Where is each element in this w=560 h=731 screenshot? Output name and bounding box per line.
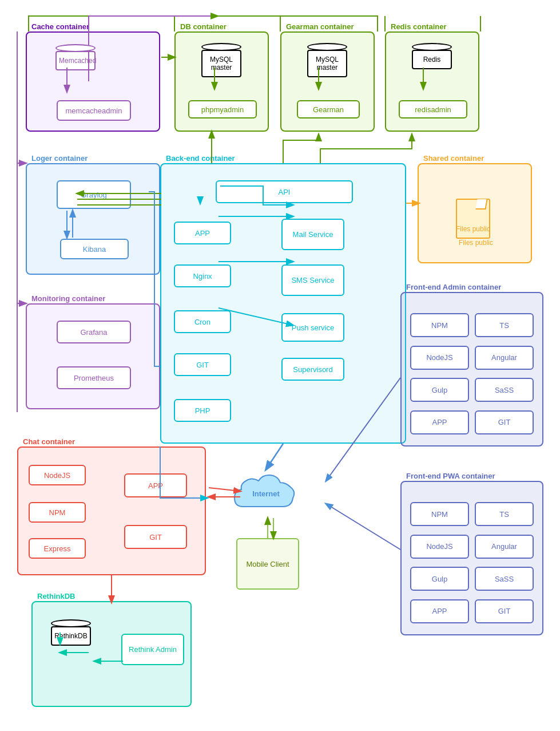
- fe-admin-angular: Angular: [475, 346, 534, 370]
- gearman-container: Gearman container MySQL master Gearman: [280, 31, 375, 132]
- mobile-client-node: Mobile Client: [236, 538, 299, 590]
- fe-pwa-npm: NPM: [410, 502, 469, 526]
- gearman-node: Gearman: [297, 100, 360, 118]
- rethinkdb-container-label: RethinkDB: [37, 592, 75, 600]
- chat-container: Chat container NodeJS NPM Express APP GI…: [17, 446, 206, 575]
- fe-pwa-grid: NPM TS NodeJS Angular Gulp SaSS APP GIT: [402, 482, 542, 634]
- fe-pwa-ts: TS: [475, 502, 534, 526]
- logger-container-label: Loger container: [31, 154, 88, 163]
- fe-pwa-app: APP: [410, 599, 469, 623]
- chat-nodejs-node: NodeJS: [29, 465, 86, 485]
- app-backend-node: APP: [174, 222, 231, 244]
- fe-admin-npm: NPM: [410, 313, 469, 337]
- redis-container: Redis container Redis redisadmin: [385, 31, 479, 132]
- fe-pwa-angular: Angular: [475, 535, 534, 559]
- fe-admin-ts: TS: [475, 313, 534, 337]
- rethink-admin-node: Rethink Admin: [121, 634, 184, 665]
- kibana-node: Kibana: [60, 239, 129, 259]
- shared-container-label: Shared container: [423, 154, 484, 163]
- graylog-node: Graylog: [57, 180, 131, 209]
- redisadmin-node: redisadmin: [399, 100, 467, 118]
- fe-pwa-git: GIT: [475, 599, 534, 623]
- db-container: DB container MySQL master phpmyadmin: [174, 31, 269, 132]
- chat-npm-node: NPM: [29, 502, 86, 523]
- redis-node: Redis: [412, 43, 452, 69]
- fe-admin-git: GIT: [475, 410, 534, 434]
- svg-line-21: [326, 504, 400, 550]
- files-public-node: Files public: [453, 176, 499, 239]
- cache-container: Cache container Memcached memcacheadmin: [26, 31, 160, 132]
- fe-pwa-gulp: Gulp: [410, 567, 469, 591]
- logger-container: Loger container Graylog Kibana: [26, 163, 160, 275]
- api-node: API: [216, 180, 353, 203]
- rethinkdb-container: RethinkDB RethinkDB Rethink Admin: [31, 601, 192, 707]
- backend-container: Back-end container API APP Mail Service …: [160, 163, 406, 444]
- sms-service-node: SMS Service: [281, 264, 344, 296]
- php-node: PHP: [174, 399, 231, 422]
- cron-node: Cron: [174, 310, 231, 333]
- chat-express-node: Express: [29, 538, 86, 559]
- redis-container-label: Redis container: [391, 22, 447, 31]
- grafana-node: Grafana: [57, 321, 131, 343]
- gearman-container-label: Gearman container: [286, 22, 354, 31]
- chat-app-node: APP: [124, 473, 187, 497]
- supervisord-node: Supervisord: [281, 358, 344, 381]
- fe-admin-nodejs: NodeJS: [410, 346, 469, 370]
- fe-admin-grid: NPM TS NodeJS Angular Gulp SaSS APP GIT: [402, 293, 542, 445]
- mysql-master-gearman-node: MySQL master: [307, 43, 347, 77]
- fe-pwa-nodejs: NodeJS: [410, 535, 469, 559]
- memcached-node: Memcached: [55, 44, 96, 70]
- fe-admin-gulp: Gulp: [410, 378, 469, 402]
- svg-text:Internet: Internet: [252, 489, 280, 498]
- memcacheadmin-node: memcacheadmin: [57, 100, 131, 121]
- internet-node: Internet: [229, 467, 303, 518]
- git-backend-node: GIT: [174, 353, 231, 376]
- shared-container: Shared container Files public Files publ…: [418, 163, 532, 263]
- prometheus-node: Prometheus: [57, 366, 131, 389]
- mysql-master-db-node: MySQL master: [201, 43, 241, 77]
- cache-container-label: Cache container: [31, 22, 89, 31]
- files-label: Files public: [453, 239, 499, 247]
- db-container-label: DB container: [180, 22, 227, 31]
- push-service-node: Push service: [281, 313, 344, 342]
- fe-admin-container-label: Front-end Admin container: [406, 283, 501, 291]
- svg-line-17: [266, 444, 283, 469]
- fe-admin-sass: SaSS: [475, 378, 534, 402]
- phpmyadmin-node: phpmyadmin: [188, 100, 257, 118]
- rethinkdb-db-node: RethinkDB: [51, 619, 91, 646]
- chat-container-label: Chat container: [23, 437, 75, 446]
- mail-service-node: Mail Service: [281, 219, 344, 250]
- backend-container-label: Back-end container: [166, 154, 235, 163]
- chat-git-node: GIT: [124, 525, 187, 549]
- architecture-diagram: Cache container Memcached memcacheadmin …: [0, 0, 560, 731]
- nginx-node: Nginx: [174, 264, 231, 287]
- fe-admin-container: Front-end Admin container NPM TS NodeJS …: [400, 292, 543, 446]
- fe-pwa-container-label: Front-end PWA container: [406, 472, 495, 480]
- monitoring-container-label: Monitoring container: [31, 294, 105, 303]
- fe-admin-app: APP: [410, 410, 469, 434]
- monitoring-container: Monitoring container Grafana Prometheus: [26, 303, 160, 409]
- fe-pwa-container: Front-end PWA container NPM TS NodeJS An…: [400, 481, 543, 635]
- fe-pwa-sass: SaSS: [475, 567, 534, 591]
